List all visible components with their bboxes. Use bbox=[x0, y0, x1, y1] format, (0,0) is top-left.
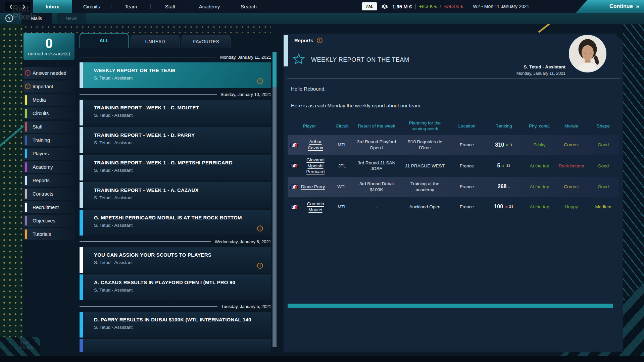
help-icon[interactable]: ? bbox=[5, 14, 13, 22]
mail-list-scrollbar[interactable] bbox=[273, 52, 277, 347]
player-link[interactable]: Giovanni Mpetshi Perricard bbox=[301, 157, 330, 175]
mail-item-title: TRAINING REPORT - WEEK 1 - A. CAZAUX bbox=[94, 187, 199, 193]
mail-item[interactable]: YOU CAN ASSIGN YOUR SCOUTS TO PLAYERSS. … bbox=[80, 247, 271, 273]
cell-morale: Rock bottom bbox=[555, 161, 587, 171]
sidebar-item-reports[interactable]: Reports bbox=[23, 174, 75, 187]
mail-item[interactable]: TRAINING REPORT - WEEK 1 - G. MPETSHI PE… bbox=[80, 155, 271, 180]
cell-player: Diane Parry bbox=[288, 182, 331, 192]
mail-item-color-bar bbox=[80, 339, 83, 352]
weekly-gain: +8.3 K € bbox=[419, 4, 437, 9]
mail-item-title: D. PARRY RESULTS IN DUBAI $100K (WTL INT… bbox=[94, 317, 251, 322]
mail-subject: WEEKLY REPORT ON THE TEAM bbox=[311, 56, 409, 63]
table-row[interactable]: Arthur CazauxMTL3rd Round Playford Open … bbox=[288, 135, 619, 155]
watermark: RiotPixels bbox=[13, 5, 37, 21]
mail-item[interactable] bbox=[80, 339, 271, 352]
sidebar-item-circuits[interactable]: Circuits bbox=[23, 107, 75, 119]
continue-button[interactable]: Continue » bbox=[576, 0, 644, 13]
player-link[interactable]: Diane Parry bbox=[301, 184, 325, 190]
cell-location: France bbox=[450, 182, 484, 192]
continue-label: Continue bbox=[609, 3, 633, 9]
mail-item[interactable]: WEEKLY REPORT ON THE TEAMS. Tetud - Assi… bbox=[80, 62, 271, 88]
mail-item-sender: S. Tetud - Assistant bbox=[94, 325, 133, 330]
mail-item-color-bar bbox=[80, 100, 83, 125]
cell-planning: Auckland Open bbox=[400, 202, 450, 212]
game-date: W2 - Mon 11 January 2021 bbox=[473, 4, 529, 9]
unread-label: unread message(s) bbox=[28, 51, 70, 56]
cell-phy-cond: At the top bbox=[524, 182, 555, 192]
sidebar-item-important[interactable]: !Important bbox=[23, 81, 75, 93]
divider-date: Monday, January 11, 2021 bbox=[220, 55, 271, 60]
panel-accent-bar bbox=[284, 35, 288, 66]
mail-item[interactable]: TRAINING REPORT - WEEK 1 - D. PARRYS. Te… bbox=[80, 127, 271, 153]
sidebar-item-academy[interactable]: Academy bbox=[23, 161, 75, 173]
mail-tab-unread[interactable]: UNREAD bbox=[131, 35, 180, 48]
mail-item-color-bar bbox=[80, 210, 83, 236]
tab-search[interactable]: Search bbox=[229, 0, 268, 13]
mail-item-sender: S. Tetud - Assistant bbox=[94, 288, 133, 293]
column-header: Location bbox=[450, 123, 484, 129]
sidebar-item-training[interactable]: Training bbox=[23, 134, 75, 146]
mail-item[interactable]: A. CAZAUX RESULTS IN PLAYFORD OPEN I (MT… bbox=[80, 274, 271, 300]
cell-location: France bbox=[450, 161, 484, 171]
tab-team[interactable]: Team bbox=[111, 0, 150, 13]
important-icon: ! bbox=[317, 38, 323, 43]
important-icon: ! bbox=[257, 78, 263, 84]
mail-item[interactable]: D. PARRY RESULTS IN DUBAI $100K (WTL INT… bbox=[80, 312, 271, 338]
cell-location: France bbox=[450, 202, 484, 212]
table-row[interactable]: Giovanni Mpetshi PerricardJTL3rd Round J… bbox=[288, 155, 619, 177]
tab-news[interactable]: News bbox=[57, 13, 86, 24]
divider-line bbox=[80, 94, 217, 95]
horizontal-scrollbar[interactable] bbox=[288, 304, 613, 308]
divider bbox=[287, 78, 621, 79]
sidebar-item-recruitment[interactable]: Recruitment bbox=[23, 201, 75, 213]
mail-tab-favorites[interactable]: FAVORITES bbox=[182, 35, 231, 48]
sidebar-item-tutorials[interactable]: Tutorials bbox=[23, 228, 75, 240]
category-color-bar bbox=[25, 176, 27, 185]
table-row[interactable]: Corentin MoutetMTL-Auckland OpenFrance10… bbox=[288, 197, 619, 217]
cell-phy-cond: Frisky bbox=[524, 140, 555, 150]
tab-circuits[interactable]: Circuits bbox=[72, 0, 111, 13]
cell-circuit: JTL bbox=[331, 161, 353, 171]
cell-phy-cond: At the top bbox=[524, 202, 555, 212]
category-label: Tutorials bbox=[33, 231, 51, 237]
mail-item-color-bar bbox=[80, 312, 83, 338]
mail-item[interactable]: G. MPETSHI PERRICARD MORAL IS AT THE ROC… bbox=[80, 210, 271, 236]
player-link[interactable]: Arthur Cazaux bbox=[301, 139, 330, 151]
mail-sender: S. Tetud - Assistant bbox=[524, 64, 565, 69]
favorite-star-icon[interactable] bbox=[292, 53, 305, 66]
sidebar-item-contracts[interactable]: Contracts bbox=[23, 188, 75, 200]
mail-categories: !Answer needed!ImportantMediaCircuitsSta… bbox=[23, 67, 75, 242]
cell-result: 3rd Round Dubai $100K bbox=[353, 179, 400, 195]
sidebar-item-answer-needed[interactable]: !Answer needed bbox=[23, 67, 75, 79]
table-row[interactable]: Diane ParryWTL3rd Round Dubai $100KTrain… bbox=[288, 177, 619, 197]
top-bar: ❮ ❯ InboxCircuitsTeamStaffAcademySearch … bbox=[0, 0, 644, 13]
column-header: Morale bbox=[555, 123, 587, 129]
weekly-loss: -59.3 K € bbox=[444, 4, 463, 9]
category-label: Media bbox=[33, 97, 46, 103]
player-link[interactable]: Corentin Moutet bbox=[301, 201, 330, 213]
cell-result: 3rd Round J1 SAN JOSE bbox=[353, 158, 400, 174]
date-divider: Wednesday, January 6, 2021 bbox=[80, 238, 271, 245]
category-color-bar bbox=[25, 216, 27, 225]
scrollbar-thumb[interactable] bbox=[273, 52, 277, 87]
ranking-up-icon: « bbox=[501, 164, 505, 167]
sidebar-item-media[interactable]: Media bbox=[23, 94, 75, 106]
france-flag-icon bbox=[290, 205, 298, 209]
mail-intro: Here is as each Monday the weekly report… bbox=[291, 103, 422, 108]
important-icon: ! bbox=[257, 225, 263, 231]
mail-item[interactable]: TRAINING REPORT - WEEK 1 - A. CAZAUXS. T… bbox=[80, 182, 271, 208]
mail-tab-all[interactable]: ALL bbox=[80, 33, 129, 48]
sidebar-item-players[interactable]: Players bbox=[23, 148, 75, 160]
tab-inbox[interactable]: Inbox bbox=[33, 0, 72, 13]
sidebar-item-staff[interactable]: Staff bbox=[23, 121, 75, 133]
sidebar-item-objectives[interactable]: Objectives bbox=[23, 215, 75, 227]
tab-staff[interactable]: Staff bbox=[151, 0, 190, 13]
mail-date: Monday, January 11, 2021 bbox=[516, 71, 565, 76]
divider-date: Tuesday, January 5, 2021 bbox=[221, 304, 271, 309]
tab-academy[interactable]: Academy bbox=[190, 0, 229, 13]
sender-avatar bbox=[569, 35, 606, 72]
ranking-value: 100 bbox=[494, 203, 503, 210]
cell-player: Giovanni Mpetshi Perricard bbox=[288, 155, 331, 177]
category-label: Staff bbox=[33, 124, 43, 130]
mail-item[interactable]: TRAINING REPORT - WEEK 1 - C. MOUTETS. T… bbox=[80, 100, 271, 125]
